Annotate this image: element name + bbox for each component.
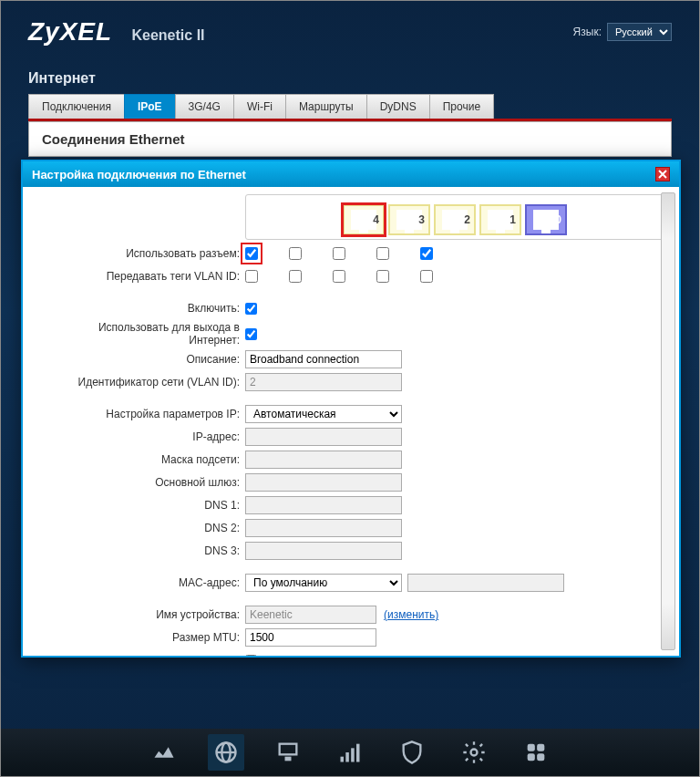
tab-other[interactable]: Прочие — [429, 94, 494, 119]
model-name: Keenetic II — [131, 27, 204, 43]
use-port-0[interactable] — [420, 247, 433, 260]
port-3[interactable]: 3 — [388, 204, 430, 235]
no-ttl-checkbox[interactable] — [245, 655, 257, 657]
tabs: Подключения IPoE 3G/4G Wi-Fi Маршруты Dy… — [28, 94, 672, 121]
vlan-tag-3[interactable] — [289, 270, 302, 283]
use-port-4[interactable] — [245, 247, 258, 260]
apps-icon[interactable] — [518, 734, 554, 771]
close-button[interactable] — [655, 167, 670, 181]
svg-rect-6 — [345, 752, 349, 762]
port-2[interactable]: 2 — [434, 204, 476, 235]
gateway-input — [245, 473, 402, 492]
ip-input — [245, 428, 402, 446]
wifi-icon[interactable] — [332, 734, 368, 771]
tab-connections[interactable]: Подключения — [28, 94, 125, 119]
use-port-1[interactable] — [376, 247, 389, 260]
ip-label: IP-адрес: — [54, 430, 245, 443]
description-input[interactable] — [245, 350, 402, 368]
vlan-id-label: Идентификатор сети (VLAN ID): — [54, 376, 245, 388]
mac-input — [407, 574, 564, 592]
mtu-label: Размер MTU: — [54, 631, 245, 644]
use-port-label: Использовать разъем: — [54, 247, 245, 260]
svg-rect-5 — [341, 757, 345, 762]
mask-input — [245, 451, 402, 469]
panel: Соединения Ethernet — [28, 121, 672, 157]
svg-rect-8 — [356, 744, 360, 762]
language-select[interactable]: Русский — [607, 23, 672, 41]
vlan-tag-2[interactable] — [333, 270, 345, 283]
status-icon[interactable] — [146, 734, 182, 771]
svg-rect-12 — [528, 753, 535, 761]
tab-ipoe[interactable]: IPoE — [124, 94, 176, 119]
vlan-tag-1[interactable] — [376, 270, 389, 283]
port-0[interactable]: 0 — [525, 204, 567, 235]
use-internet-label: Использовать для выхода в Интернет: — [54, 321, 245, 347]
taskbar — [1, 729, 699, 776]
brand-logo: ZyXEL — [28, 17, 112, 46]
dns3-label: DNS 3: — [54, 544, 245, 557]
mac-select[interactable]: По умолчанию — [245, 574, 402, 592]
panel-heading: Соединения Ethernet — [42, 131, 658, 147]
ports-row: 4 3 2 1 0 — [245, 194, 664, 240]
section-title: Интернет — [28, 70, 672, 87]
svg-rect-3 — [280, 744, 297, 755]
no-ttl-label: Не уменьшать TTL: — [54, 654, 245, 656]
svg-point-9 — [471, 750, 478, 756]
mask-label: Маска подсети: — [54, 453, 245, 466]
ip-config-label: Настройка параметров IP: — [54, 408, 245, 420]
svg-rect-10 — [528, 744, 535, 751]
header: ZyXEL Keenetic II Язык: Русский — [1, 1, 699, 54]
port-4[interactable]: 4 — [343, 204, 385, 235]
description-label: Описание: — [54, 353, 245, 366]
modal-ethernet-config: Настройка подключения по Ethernet 4 3 2 … — [21, 160, 681, 658]
tab-3g4g[interactable]: 3G/4G — [175, 94, 234, 119]
vlan-tag-label: Передавать теги VLAN ID: — [54, 270, 245, 283]
port-1[interactable]: 1 — [479, 204, 521, 235]
svg-rect-11 — [537, 744, 544, 751]
modal-title-text: Настройка подключения по Ethernet — [32, 168, 246, 181]
vlan-id-input — [245, 373, 402, 391]
vlan-tag-4[interactable] — [245, 270, 258, 283]
mac-label: MAC-адрес: — [54, 576, 245, 589]
dns3-input — [245, 542, 402, 560]
mtu-input[interactable] — [245, 628, 376, 647]
internet-icon[interactable] — [208, 734, 244, 771]
ip-config-select[interactable]: Автоматическая — [245, 405, 402, 423]
security-icon[interactable] — [394, 734, 430, 771]
change-link[interactable]: (изменить) — [384, 608, 438, 621]
device-name-label: Имя устройства: — [54, 608, 245, 621]
close-icon — [658, 170, 667, 179]
device-name-input — [245, 606, 376, 624]
enable-checkbox[interactable] — [245, 303, 257, 315]
use-port-2[interactable] — [333, 247, 345, 260]
tab-dydns[interactable]: DyDNS — [366, 94, 430, 119]
settings-icon[interactable] — [456, 734, 492, 771]
dns2-label: DNS 2: — [54, 522, 245, 534]
dns1-input — [245, 496, 402, 514]
tab-wifi[interactable]: Wi-Fi — [233, 94, 286, 119]
dns2-input — [245, 519, 402, 537]
dns1-label: DNS 1: — [54, 499, 245, 512]
svg-rect-13 — [537, 753, 544, 761]
gateway-label: Основной шлюз: — [54, 476, 245, 489]
tab-routes[interactable]: Маршруты — [285, 94, 367, 119]
use-internet-checkbox[interactable] — [245, 328, 257, 340]
use-port-3[interactable] — [289, 247, 302, 260]
language-selector: Язык: Русский — [573, 23, 672, 41]
network-icon[interactable] — [270, 734, 306, 771]
language-label: Язык: — [573, 26, 602, 38]
vlan-tag-0[interactable] — [420, 270, 433, 283]
enable-label: Включить: — [54, 302, 245, 315]
svg-rect-7 — [351, 748, 355, 761]
svg-rect-4 — [285, 757, 292, 761]
